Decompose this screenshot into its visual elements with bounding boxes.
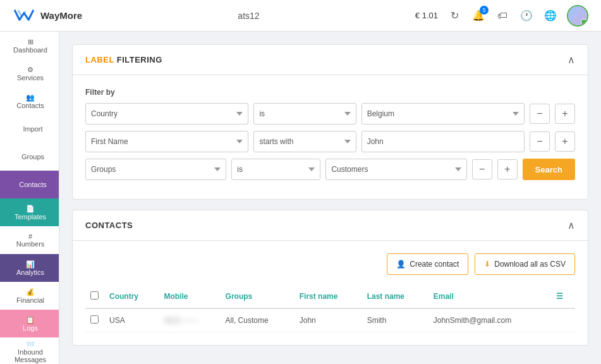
numbers-icon: # xyxy=(28,233,32,240)
contacts-card: CONTACTS ∧ 👤 Create contact ⬇ Download a… xyxy=(72,210,588,346)
sidebar-item-financial[interactable]: 💰 Financial xyxy=(0,282,59,310)
select-all-checkbox[interactable] xyxy=(90,291,99,300)
filter-field-2[interactable]: First Name xyxy=(85,131,248,152)
waymore-logo-icon xyxy=(13,7,35,25)
row-checkbox[interactable] xyxy=(90,315,99,324)
filter-field-1[interactable]: Country xyxy=(85,103,248,124)
language-icon[interactable]: 🌐 xyxy=(543,8,558,23)
sidebar-item-groups[interactable]: Groups xyxy=(0,143,59,171)
label-filtering-body: Filter by Country is Belgium − + xyxy=(73,75,588,199)
brand-name: WayMore xyxy=(40,10,82,21)
filter-operator-2[interactable]: starts with xyxy=(253,131,356,152)
row-last-name: Smith xyxy=(362,308,428,332)
remove-filter-1-btn[interactable]: − xyxy=(530,104,550,124)
sidebar-item-logs[interactable]: 📋 Logs xyxy=(0,310,59,337)
templates-icon: 📄 xyxy=(26,205,35,213)
filter-row-1: Country is Belgium − + xyxy=(85,103,575,124)
label-filtering-header: LABEL FILTERING ∧ xyxy=(73,45,588,75)
add-filter-1-btn[interactable]: + xyxy=(555,104,575,124)
inbound-icon: 📨 xyxy=(26,340,35,348)
filter-value-3[interactable]: Customers xyxy=(325,159,466,180)
services-icon: ⚙ xyxy=(27,66,33,74)
refresh-icon[interactable]: ↻ xyxy=(447,8,462,23)
navbar: WayMore ats12 € 1.01 ↻ 🔔 5 🏷 🕐 🌐 xyxy=(0,0,601,32)
download-icon: ⬇ xyxy=(484,260,490,269)
row-checkbox-cell xyxy=(85,308,104,332)
bookmark-icon[interactable]: 🏷 xyxy=(495,8,510,23)
create-contact-button[interactable]: 👤 Create contact xyxy=(387,253,468,275)
workspace-name: ats12 xyxy=(238,11,259,21)
online-indicator xyxy=(581,19,587,25)
collapse-contacts-btn[interactable]: ∧ xyxy=(568,219,575,231)
sidebar-label-import: Import xyxy=(23,125,42,133)
col-checkbox xyxy=(85,285,104,308)
table-row: USA +1 1········· All, Custome John Smit… xyxy=(85,308,575,332)
sidebar-label-inbound: Inbound Messages xyxy=(4,348,56,363)
user-avatar[interactable] xyxy=(567,5,588,27)
sidebar-item-contacts[interactable]: 👥 Contacts xyxy=(0,87,59,115)
col-country: Country xyxy=(104,285,159,308)
sidebar-item-dashboard[interactable]: ⊞ Dashboard xyxy=(0,32,59,59)
balance-display: € 1.01 xyxy=(415,11,438,20)
row-mobile: +1 1········· xyxy=(159,308,220,332)
filter-operator-3[interactable]: is xyxy=(231,159,320,180)
col-mobile: Mobile xyxy=(159,285,220,308)
row-actions xyxy=(551,308,575,332)
label-filtering-title: LABEL FILTERING xyxy=(85,55,162,64)
sidebar-item-numbers[interactable]: # Numbers xyxy=(0,226,59,254)
filter-value-1[interactable]: Belgium xyxy=(361,103,525,124)
financial-icon: 💰 xyxy=(26,288,35,296)
sidebar-item-analytics[interactable]: 📊 Analytics xyxy=(0,254,59,282)
sidebar-label-logs: Logs xyxy=(23,324,38,332)
create-contact-icon: 👤 xyxy=(396,260,406,269)
remove-filter-2-btn[interactable]: − xyxy=(530,131,550,152)
filter-field-3[interactable]: Groups xyxy=(85,159,226,180)
download-csv-label: Download all as CSV xyxy=(494,260,566,269)
notifications-icon[interactable]: 🔔 5 xyxy=(471,8,486,23)
brand-logo: WayMore xyxy=(13,7,82,25)
contacts-header: CONTACTS ∧ xyxy=(73,210,588,241)
contacts-title: CONTACTS xyxy=(85,221,133,230)
title-highlight-label: LABEL xyxy=(85,55,114,64)
filter-by-label: Filter by xyxy=(85,88,575,97)
filter-value-2[interactable] xyxy=(361,131,525,152)
collapse-label-filtering-btn[interactable]: ∧ xyxy=(568,54,575,66)
sidebar: ⊞ Dashboard ⚙ Services 👥 Contacts Import… xyxy=(0,32,59,364)
clock-icon[interactable]: 🕐 xyxy=(519,8,534,23)
sidebar-label-dashboard: Dashboard xyxy=(13,46,47,54)
contacts-actions: 👤 Create contact ⬇ Download all as CSV xyxy=(85,253,575,275)
main-content: LABEL FILTERING ∧ Filter by Country is B… xyxy=(59,32,601,364)
search-button[interactable]: Search xyxy=(523,159,575,180)
remove-filter-3-btn[interactable]: − xyxy=(472,159,492,179)
sidebar-item-contacts-sub[interactable]: Contacts xyxy=(0,171,59,198)
filter-operator-1[interactable]: is xyxy=(253,103,356,124)
table-header: Country Mobile Groups First name Last na… xyxy=(85,285,575,308)
dashboard-icon: ⊞ xyxy=(28,38,33,46)
sidebar-label-financial: Financial xyxy=(16,296,44,304)
contacts-body: 👤 Create contact ⬇ Download all as CSV xyxy=(73,241,588,345)
add-filter-3-btn[interactable]: + xyxy=(497,159,518,179)
sidebar-label-services: Services xyxy=(17,74,44,82)
notification-badge: 5 xyxy=(480,6,489,15)
filter-row-2: First Name starts with − + xyxy=(85,131,575,152)
create-contact-label: Create contact xyxy=(410,260,459,269)
row-email: JohnSmith@gmail.com xyxy=(428,308,552,332)
sidebar-item-templates[interactable]: 📄 Templates xyxy=(0,198,59,226)
contacts-icon: 👥 xyxy=(26,94,35,102)
logs-icon: 📋 xyxy=(26,316,35,324)
download-csv-button[interactable]: ⬇ Download all as CSV xyxy=(475,253,575,275)
sidebar-label-templates: Templates xyxy=(15,213,46,221)
sidebar-item-import[interactable]: Import xyxy=(0,115,59,143)
col-groups: Groups xyxy=(221,285,294,308)
layout: ⊞ Dashboard ⚙ Services 👥 Contacts Import… xyxy=(0,32,601,364)
col-menu[interactable]: ☰ xyxy=(551,285,575,308)
add-filter-2-btn[interactable]: + xyxy=(555,131,575,152)
row-first-name: John xyxy=(294,308,362,332)
sidebar-item-inbound[interactable]: 📨 Inbound Messages xyxy=(0,337,59,364)
analytics-icon: 📊 xyxy=(26,260,35,269)
navbar-right: € 1.01 ↻ 🔔 5 🏷 🕐 🌐 xyxy=(415,5,588,27)
row-country: USA xyxy=(104,308,159,332)
row-groups: All, Custome xyxy=(221,308,294,332)
sidebar-label-analytics: Analytics xyxy=(16,269,44,276)
sidebar-item-services[interactable]: ⚙ Services xyxy=(0,59,59,87)
